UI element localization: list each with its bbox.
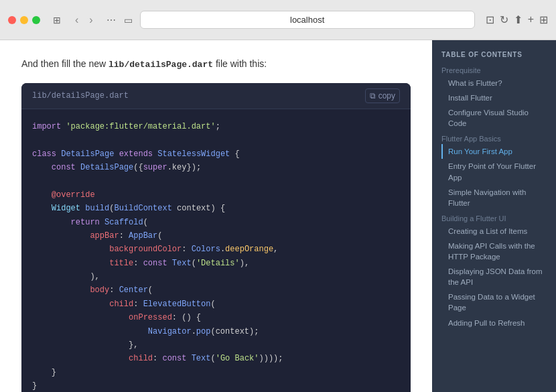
code-line-16: Navigator.pop(context); <box>32 325 400 338</box>
toc-item-pull-to-refresh[interactable]: Adding Pull to Refresh <box>441 316 547 330</box>
cast-icon[interactable]: ⊡ <box>486 13 494 26</box>
toolbar-icons: ⊡ ↻ ⬆ + ⊞ <box>486 13 548 26</box>
copy-button[interactable]: ⧉ copy <box>365 88 400 103</box>
code-line-13: body: Center( <box>32 283 400 297</box>
code-line-5 <box>32 174 400 188</box>
copy-label: copy <box>378 91 395 101</box>
code-line-10: backgroundColor: Colors.deepOrange, <box>32 243 400 256</box>
code-block: lib/detailsPage.dart ⧉ copy import 'pack… <box>21 83 411 392</box>
page-content: And then fill the new lib/detailsPage.da… <box>0 40 556 392</box>
toc-sidebar: TABLE OF CONTENTS Prerequisite What is F… <box>432 40 556 392</box>
sidebar-toggle-icon[interactable]: ⊞ <box>51 14 63 26</box>
code-line-2 <box>32 133 400 147</box>
intro-paragraph: And then fill the new lib/detailsPage.da… <box>21 56 411 72</box>
address-bar[interactable] <box>140 11 475 29</box>
share-icon[interactable]: ⬆ <box>514 13 523 26</box>
toc-item-simple-navigation[interactable]: Simple Navigation with Flutter <box>441 185 547 210</box>
toc-item-what-is-flutter[interactable]: What is Flutter? <box>441 76 547 90</box>
close-button[interactable] <box>8 16 16 24</box>
toc-section-prerequisite: Prerequisite What is Flutter? Install Fl… <box>441 66 547 131</box>
toc-item-configure-vscode[interactable]: Configure Visual Studio Code <box>441 105 547 131</box>
nav-buttons: ‹ › <box>71 13 97 27</box>
toc-item-api-calls[interactable]: Making API Calls with the HTTP Package <box>441 239 547 264</box>
toc-section-label-prerequisite: Prerequisite <box>441 66 547 74</box>
code-line-15: onPressed: () { <box>32 311 400 324</box>
browser-chrome: ⊞ ‹ › ⋯ ▭ ⊡ ↻ ⬆ + ⊞ <box>0 0 556 40</box>
code-line-1: import 'package:flutter/material.dart'; <box>32 120 400 133</box>
toc-item-json-data[interactable]: Displaying JSON Data from the API <box>441 264 547 289</box>
tab-icon[interactable]: ▭ <box>123 14 135 26</box>
forward-button[interactable]: › <box>85 13 96 27</box>
toc-item-install-flutter[interactable]: Install Flutter <box>441 90 547 105</box>
code-line-14: child: ElevatedButton( <box>32 298 400 311</box>
code-line-11: title: const Text('Details'), <box>32 257 400 270</box>
toc-section-label-building-ui: Building a Flutter UI <box>441 214 547 222</box>
intro-text-after: file with this: <box>213 58 267 69</box>
copy-icon: ⧉ <box>370 91 376 101</box>
toc-section-app-basics: Flutter App Basics Run Your First App En… <box>441 135 547 210</box>
code-filename: lib/detailsPage.dart <box>32 91 129 101</box>
intro-text-before: And then fill the new <box>21 58 109 69</box>
maximize-button[interactable] <box>32 16 40 24</box>
main-content: And then fill the new lib/detailsPage.da… <box>0 40 432 392</box>
code-line-4: const DetailsPage({super.key}); <box>32 161 400 174</box>
code-line-3: class DetailsPage extends StatelessWidge… <box>32 147 400 161</box>
code-line-8: return Scaffold( <box>32 216 400 229</box>
traffic-lights <box>8 16 40 24</box>
extensions-icon[interactable]: ⊞ <box>539 13 548 26</box>
code-body: import 'package:flutter/material.dart'; … <box>21 109 411 392</box>
minimize-button[interactable] <box>20 16 28 24</box>
intro-filename-inline: lib/detailsPage.dart <box>109 60 213 70</box>
code-line-19: } <box>32 366 400 379</box>
toc-section-label-app-basics: Flutter App Basics <box>441 135 547 143</box>
code-line-7: Widget build(BuildContext context) { <box>32 202 400 215</box>
toc-item-entry-point[interactable]: Entry Point of Your Flutter App <box>441 159 547 184</box>
code-line-18: child: const Text('Go Back')))); <box>32 352 400 365</box>
back-button[interactable]: ‹ <box>71 13 82 27</box>
code-line-17: }, <box>32 338 400 352</box>
code-header: lib/detailsPage.dart ⧉ copy <box>21 83 411 109</box>
code-line-12: ), <box>32 270 400 283</box>
add-tab-icon[interactable]: + <box>528 13 534 26</box>
grid-icon[interactable]: ⋯ <box>105 14 117 26</box>
toc-item-list-items[interactable]: Creating a List of Items <box>441 224 547 239</box>
toc-title: TABLE OF CONTENTS <box>441 51 547 58</box>
toc-section-building-ui: Building a Flutter UI Creating a List of… <box>441 214 547 330</box>
toc-item-passing-data[interactable]: Passing Data to a Widget Page <box>441 289 547 315</box>
code-line-6: @override <box>32 188 400 202</box>
toc-item-run-first-app[interactable]: Run Your First App <box>441 144 547 159</box>
refresh-icon[interactable]: ↻ <box>500 13 508 26</box>
code-line-9: appBar: AppBar( <box>32 229 400 243</box>
code-line-20: } <box>32 379 400 392</box>
